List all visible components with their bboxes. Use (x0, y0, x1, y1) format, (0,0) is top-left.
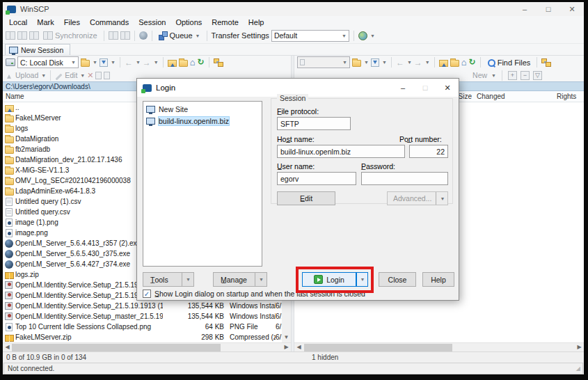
queue-dropdown-arrow[interactable]: ▼ (196, 33, 200, 38)
remote-home-directory-icon[interactable]: ⌂ (461, 58, 467, 67)
new-file-icon[interactable] (104, 72, 110, 79)
close-dialog-button[interactable]: Close (379, 272, 416, 287)
find-files-button[interactable]: Find Files (485, 58, 533, 68)
remote-filter-icon[interactable] (371, 58, 379, 67)
column-header-changed[interactable]: Changed (477, 93, 505, 100)
remote-parent-directory-icon[interactable] (439, 60, 448, 67)
menu-item[interactable]: Remote (207, 18, 244, 26)
filter-arrow[interactable]: ▼ (111, 60, 116, 65)
select-plus-icon[interactable]: + (508, 71, 517, 80)
tab-new-session[interactable]: New Session (5, 44, 70, 55)
menu-item[interactable]: Local (4, 18, 32, 26)
remote-panel-toolbar: ▼ ▼ ▼ ← ▼ → ▼ ⌂ ↻ Find Files (294, 56, 584, 69)
menu-item[interactable]: Mark (32, 18, 58, 26)
manage-dropdown-arrow[interactable]: ▼ (255, 273, 267, 286)
manage-button[interactable]: M̲anage ▼ (213, 272, 267, 287)
password-input[interactable] (361, 172, 448, 185)
local-horizontal-scrollbar[interactable]: ◀ ▶ (3, 342, 291, 351)
column-header-name[interactable]: Name (3, 93, 24, 100)
show-login-checkbox[interactable] (143, 290, 151, 298)
menu-item[interactable]: Files (59, 18, 85, 26)
remote-scroll-right-icon[interactable]: ▶ (575, 343, 584, 352)
layout-panes-icon[interactable] (6, 31, 15, 40)
remote-back-arrow[interactable]: ▼ (407, 60, 412, 65)
file-protocol-select[interactable]: SFTP (277, 117, 351, 130)
menu-item[interactable]: Commands (85, 18, 134, 26)
remote-scroll-left-icon[interactable]: ◀ (294, 343, 303, 352)
remote-refresh-icon[interactable]: ↻ (469, 58, 476, 67)
remote-directory-selector[interactable]: ▼ (297, 56, 350, 68)
scroll-down-icon[interactable]: ▼ (282, 333, 291, 342)
refresh-icon[interactable]: ↻ (198, 58, 205, 67)
minimize-button[interactable]: – (513, 2, 537, 16)
table-row[interactable]: OpenLM.Identity.Service.Setup_21.5.19.19… (3, 301, 282, 311)
synchronize-button[interactable]: Synchronize (41, 31, 100, 40)
forward-arrow[interactable]: ▼ (154, 60, 159, 65)
menu-item[interactable]: Options (170, 18, 207, 26)
maximize-button[interactable]: □ (537, 2, 560, 16)
edit-session-button[interactable]: E̲dit (277, 191, 335, 205)
compare-icon[interactable] (109, 31, 118, 40)
globe-dropdown-arrow[interactable]: ▼ (370, 33, 375, 38)
remote-horizontal-scrollbar[interactable]: ◀ ▶ (294, 342, 584, 351)
synchronize-browsing-icon[interactable] (120, 31, 130, 40)
properties-icon[interactable] (95, 72, 102, 79)
back-icon[interactable]: ← (125, 58, 133, 67)
session-color-globe-icon[interactable] (358, 31, 367, 40)
table-row[interactable]: OpenLM.Identity.Service.Setup_master_21.… (3, 311, 282, 322)
port-number-input[interactable]: 22 (409, 145, 448, 158)
table-row[interactable]: Top 10 Current Idle Sessions Collapsed.p… (3, 322, 282, 332)
user-name-input[interactable]: egorv (277, 172, 356, 185)
remote-forward-icon[interactable]: → (414, 58, 422, 67)
remote-back-icon[interactable]: ← (396, 58, 404, 67)
tools-button[interactable]: T̲ools ▼ (143, 272, 194, 287)
scroll-left-icon[interactable]: ◀ (3, 343, 12, 352)
site-list-item[interactable]: build-linux.openlm.biz (143, 115, 262, 127)
tools-dropdown-arrow[interactable]: ▼ (182, 273, 193, 286)
dialog-close-button[interactable]: ✕ (436, 79, 459, 97)
remote-open-directory-arrow[interactable]: ▼ (364, 60, 369, 65)
remote-open-directory-icon[interactable] (352, 60, 361, 67)
open-directory-arrow[interactable]: ▼ (93, 60, 97, 65)
home-directory-icon[interactable]: ⌂ (190, 58, 196, 67)
edit-button[interactable]: Edit (65, 71, 77, 79)
transfer-settings-select[interactable]: Default ▼ (271, 30, 349, 42)
delete-icon[interactable]: ✕ (87, 71, 93, 79)
remote-forward-arrow[interactable]: ▼ (425, 60, 430, 65)
site-list-item[interactable]: New Site (143, 103, 262, 115)
remote-filter-arrow[interactable]: ▼ (382, 60, 387, 65)
back-arrow[interactable]: ▼ (136, 60, 141, 65)
select-mask-icon[interactable]: ▽ (533, 71, 542, 80)
filter-icon[interactable] (100, 58, 108, 67)
new-arrow[interactable]: ▼ (491, 73, 496, 78)
upload-button[interactable]: Upload (15, 71, 38, 79)
help-button[interactable]: Help (422, 272, 454, 287)
close-button[interactable]: ✕ (560, 2, 584, 16)
remote-synchronize-tree-icon[interactable] (541, 58, 551, 67)
open-directory-icon[interactable] (81, 60, 90, 67)
new-button[interactable]: New (472, 71, 487, 79)
remote-root-directory-icon[interactable] (450, 60, 459, 67)
parent-directory-icon[interactable] (168, 60, 177, 67)
resize-grip[interactable]: ◢ (576, 365, 580, 372)
layout-list-icon[interactable] (29, 31, 39, 40)
drive-selector[interactable]: C: Local Disk ▼ (17, 56, 79, 68)
edit-arrow[interactable]: ▼ (80, 73, 85, 78)
menu-item[interactable]: Help (244, 18, 269, 26)
host-name-input[interactable]: build-linux.openlm.biz (277, 145, 405, 158)
panel-status-bar: 0 B of 10.9 GB in 0 of 134 1 hidden (3, 351, 584, 363)
scroll-right-icon[interactable]: ▶ (282, 343, 291, 352)
table-row[interactable]: FakeLMServer.zip 298 KB Compressed (zipp… (3, 332, 282, 342)
upload-arrow[interactable]: ▼ (41, 73, 46, 78)
queue-button[interactable]: Queue ▼ (157, 31, 202, 40)
msi-icon (5, 312, 13, 320)
dialog-minimize-button[interactable]: – (392, 79, 414, 97)
select-minus-icon[interactable]: − (521, 71, 530, 80)
layout-tree-icon[interactable] (17, 31, 27, 40)
forward-icon[interactable]: → (143, 58, 151, 67)
root-directory-icon[interactable] (179, 60, 188, 67)
menu-item[interactable]: Session (134, 18, 170, 26)
synchronize-browsing-tree-icon[interactable] (214, 58, 223, 67)
column-header-rights[interactable]: Rights (557, 93, 576, 100)
preferences-gear-icon[interactable] (139, 31, 148, 40)
